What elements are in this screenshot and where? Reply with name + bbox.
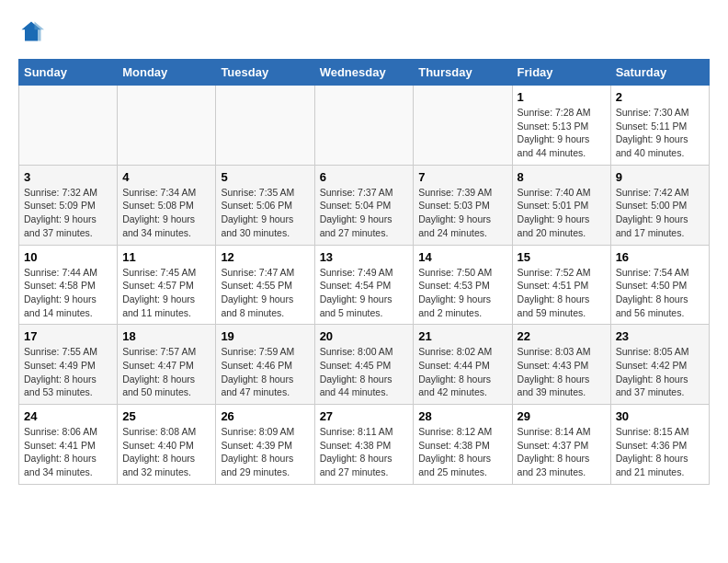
day-number: 2 [616, 90, 704, 104]
day-number: 26 [221, 409, 309, 423]
day-number: 18 [122, 329, 210, 343]
calendar-cell [216, 86, 314, 166]
day-number: 5 [221, 170, 309, 184]
day-info: Sunrise: 8:05 AM Sunset: 4:42 PM Dayligh… [616, 345, 704, 399]
day-number: 20 [320, 329, 409, 343]
day-info: Sunrise: 7:42 AM Sunset: 5:00 PM Dayligh… [616, 186, 704, 240]
calendar-cell: 17Sunrise: 7:55 AM Sunset: 4:49 PM Dayli… [19, 325, 118, 405]
day-info: Sunrise: 7:39 AM Sunset: 5:03 PM Dayligh… [418, 186, 506, 240]
day-info: Sunrise: 8:00 AM Sunset: 4:45 PM Dayligh… [320, 345, 409, 399]
calendar-cell: 25Sunrise: 8:08 AM Sunset: 4:40 PM Dayli… [118, 405, 216, 485]
day-info: Sunrise: 7:57 AM Sunset: 4:47 PM Dayligh… [122, 345, 210, 399]
calendar-cell: 12Sunrise: 7:47 AM Sunset: 4:55 PM Dayli… [216, 245, 314, 325]
day-header-wednesday: Wednesday [314, 60, 414, 86]
day-number: 30 [616, 409, 704, 423]
day-number: 16 [616, 250, 704, 264]
day-number: 6 [320, 170, 409, 184]
day-number: 29 [518, 409, 606, 423]
calendar-week-row: 24Sunrise: 8:06 AM Sunset: 4:41 PM Dayli… [19, 405, 710, 485]
calendar-cell: 10Sunrise: 7:44 AM Sunset: 4:58 PM Dayli… [19, 245, 118, 325]
calendar-cell: 28Sunrise: 8:12 AM Sunset: 4:38 PM Dayli… [414, 405, 512, 485]
logo [18, 18, 48, 44]
calendar-cell: 7Sunrise: 7:39 AM Sunset: 5:03 PM Daylig… [414, 165, 512, 245]
day-info: Sunrise: 8:02 AM Sunset: 4:44 PM Dayligh… [418, 345, 506, 399]
day-number: 1 [518, 90, 606, 104]
day-header-thursday: Thursday [414, 60, 512, 86]
day-info: Sunrise: 8:06 AM Sunset: 4:41 PM Dayligh… [24, 425, 112, 479]
calendar-cell: 9Sunrise: 7:42 AM Sunset: 5:00 PM Daylig… [610, 165, 709, 245]
calendar-cell: 2Sunrise: 7:30 AM Sunset: 5:11 PM Daylig… [610, 86, 709, 166]
calendar-cell: 21Sunrise: 8:02 AM Sunset: 4:44 PM Dayli… [414, 325, 512, 405]
day-info: Sunrise: 8:14 AM Sunset: 4:37 PM Dayligh… [518, 425, 606, 479]
calendar-cell: 15Sunrise: 7:52 AM Sunset: 4:51 PM Dayli… [512, 245, 610, 325]
calendar-cell: 16Sunrise: 7:54 AM Sunset: 4:50 PM Dayli… [610, 245, 709, 325]
calendar-cell: 3Sunrise: 7:32 AM Sunset: 5:09 PM Daylig… [19, 165, 118, 245]
day-info: Sunrise: 8:11 AM Sunset: 4:38 PM Dayligh… [320, 425, 409, 479]
day-number: 3 [24, 170, 112, 184]
calendar-cell: 8Sunrise: 7:40 AM Sunset: 5:01 PM Daylig… [512, 165, 610, 245]
day-number: 11 [122, 250, 210, 264]
day-number: 7 [418, 170, 506, 184]
calendar-cell [118, 86, 216, 166]
day-info: Sunrise: 7:28 AM Sunset: 5:13 PM Dayligh… [518, 106, 606, 160]
day-info: Sunrise: 7:52 AM Sunset: 4:51 PM Dayligh… [518, 266, 606, 320]
day-number: 24 [24, 409, 112, 423]
logo-icon [18, 18, 44, 44]
day-info: Sunrise: 7:30 AM Sunset: 5:11 PM Dayligh… [616, 106, 704, 160]
calendar-cell: 19Sunrise: 7:59 AM Sunset: 4:46 PM Dayli… [216, 325, 314, 405]
day-number: 25 [122, 409, 210, 423]
day-info: Sunrise: 7:50 AM Sunset: 4:53 PM Dayligh… [418, 266, 506, 320]
calendar-header-row: SundayMondayTuesdayWednesdayThursdayFrid… [19, 60, 710, 86]
calendar-cell: 26Sunrise: 8:09 AM Sunset: 4:39 PM Dayli… [216, 405, 314, 485]
calendar-cell: 30Sunrise: 8:15 AM Sunset: 4:36 PM Dayli… [610, 405, 709, 485]
day-info: Sunrise: 7:34 AM Sunset: 5:08 PM Dayligh… [122, 186, 210, 240]
day-info: Sunrise: 7:32 AM Sunset: 5:09 PM Dayligh… [24, 186, 112, 240]
calendar-cell: 5Sunrise: 7:35 AM Sunset: 5:06 PM Daylig… [216, 165, 314, 245]
day-info: Sunrise: 8:03 AM Sunset: 4:43 PM Dayligh… [518, 345, 606, 399]
day-number: 9 [616, 170, 704, 184]
day-header-saturday: Saturday [610, 60, 709, 86]
day-info: Sunrise: 8:09 AM Sunset: 4:39 PM Dayligh… [221, 425, 309, 479]
day-info: Sunrise: 8:15 AM Sunset: 4:36 PM Dayligh… [616, 425, 704, 479]
calendar-cell: 22Sunrise: 8:03 AM Sunset: 4:43 PM Dayli… [512, 325, 610, 405]
day-number: 14 [418, 250, 506, 264]
day-number: 12 [221, 250, 309, 264]
day-info: Sunrise: 7:44 AM Sunset: 4:58 PM Dayligh… [24, 266, 112, 320]
day-number: 15 [518, 250, 606, 264]
day-number: 10 [24, 250, 112, 264]
calendar-cell: 14Sunrise: 7:50 AM Sunset: 4:53 PM Dayli… [414, 245, 512, 325]
calendar-cell: 20Sunrise: 8:00 AM Sunset: 4:45 PM Dayli… [314, 325, 414, 405]
calendar-cell [414, 86, 512, 166]
calendar-cell: 6Sunrise: 7:37 AM Sunset: 5:04 PM Daylig… [314, 165, 414, 245]
calendar-table: SundayMondayTuesdayWednesdayThursdayFrid… [18, 59, 710, 485]
day-number: 8 [518, 170, 606, 184]
day-info: Sunrise: 7:37 AM Sunset: 5:04 PM Dayligh… [320, 186, 409, 240]
calendar-week-row: 3Sunrise: 7:32 AM Sunset: 5:09 PM Daylig… [19, 165, 710, 245]
day-header-sunday: Sunday [19, 60, 118, 86]
day-number: 22 [518, 329, 606, 343]
day-info: Sunrise: 7:55 AM Sunset: 4:49 PM Dayligh… [24, 345, 112, 399]
day-header-friday: Friday [512, 60, 610, 86]
day-info: Sunrise: 7:45 AM Sunset: 4:57 PM Dayligh… [122, 266, 210, 320]
calendar-cell: 11Sunrise: 7:45 AM Sunset: 4:57 PM Dayli… [118, 245, 216, 325]
calendar-cell: 23Sunrise: 8:05 AM Sunset: 4:42 PM Dayli… [610, 325, 709, 405]
day-number: 13 [320, 250, 409, 264]
day-info: Sunrise: 7:59 AM Sunset: 4:46 PM Dayligh… [221, 345, 309, 399]
calendar-cell [19, 86, 118, 166]
calendar-cell: 18Sunrise: 7:57 AM Sunset: 4:47 PM Dayli… [118, 325, 216, 405]
day-info: Sunrise: 7:54 AM Sunset: 4:50 PM Dayligh… [616, 266, 704, 320]
calendar-cell: 24Sunrise: 8:06 AM Sunset: 4:41 PM Dayli… [19, 405, 118, 485]
day-info: Sunrise: 7:35 AM Sunset: 5:06 PM Dayligh… [221, 186, 309, 240]
calendar-week-row: 10Sunrise: 7:44 AM Sunset: 4:58 PM Dayli… [19, 245, 710, 325]
day-header-monday: Monday [118, 60, 216, 86]
day-number: 19 [221, 329, 309, 343]
day-number: 27 [320, 409, 409, 423]
day-info: Sunrise: 7:40 AM Sunset: 5:01 PM Dayligh… [518, 186, 606, 240]
calendar-week-row: 17Sunrise: 7:55 AM Sunset: 4:49 PM Dayli… [19, 325, 710, 405]
day-number: 21 [418, 329, 506, 343]
calendar-week-row: 1Sunrise: 7:28 AM Sunset: 5:13 PM Daylig… [19, 86, 710, 166]
day-info: Sunrise: 7:49 AM Sunset: 4:54 PM Dayligh… [320, 266, 409, 320]
day-info: Sunrise: 8:08 AM Sunset: 4:40 PM Dayligh… [122, 425, 210, 479]
day-info: Sunrise: 8:12 AM Sunset: 4:38 PM Dayligh… [418, 425, 506, 479]
calendar-cell: 4Sunrise: 7:34 AM Sunset: 5:08 PM Daylig… [118, 165, 216, 245]
